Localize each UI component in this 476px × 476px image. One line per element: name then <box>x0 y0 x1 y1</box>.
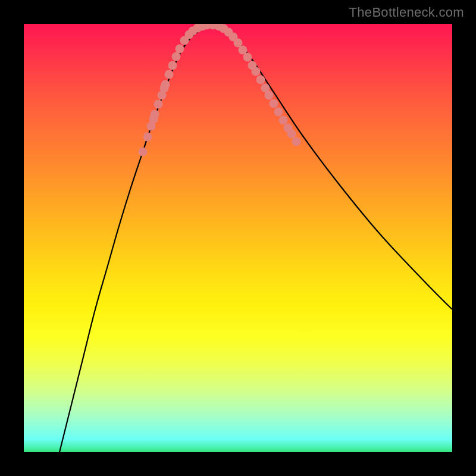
datapoint-marker <box>252 67 261 76</box>
watermark-text: TheBottleneck.com <box>349 5 464 20</box>
bottleneck-curve <box>60 26 452 452</box>
outer-frame: TheBottleneck.com <box>0 0 476 476</box>
datapoint-marker <box>279 116 288 125</box>
datapoint-marker <box>287 130 296 139</box>
datapoint-marker <box>143 133 152 142</box>
datapoint-marker <box>274 108 283 117</box>
datapoint-marker <box>161 80 170 89</box>
datapoint-marker <box>256 76 265 84</box>
datapoint-marker <box>154 100 163 109</box>
datapoint-marker <box>265 91 274 100</box>
datapoint-marker <box>292 137 301 146</box>
marker-group <box>139 24 301 156</box>
datapoint-marker <box>176 45 184 54</box>
datapoint-marker <box>168 61 177 70</box>
datapoint-marker <box>165 70 174 79</box>
datapoint-marker <box>151 110 159 119</box>
datapoint-marker <box>270 99 278 108</box>
plot-area <box>24 24 452 452</box>
datapoint-marker <box>243 53 252 62</box>
datapoint-marker <box>172 52 181 61</box>
datapoint-marker <box>139 148 148 156</box>
curve-layer <box>24 24 452 452</box>
